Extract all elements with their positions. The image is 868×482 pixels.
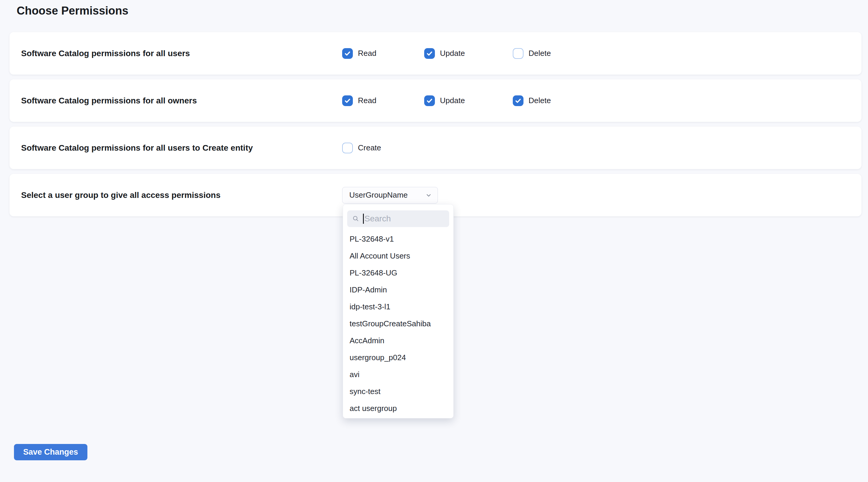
dropdown-search-box: [347, 211, 449, 227]
dropdown-option[interactable]: All Account Users: [343, 248, 453, 264]
dropdown-option[interactable]: avi: [343, 366, 453, 383]
checkbox-delete[interactable]: [513, 95, 524, 106]
checkbox-create[interactable]: [342, 142, 353, 153]
dropdown-option[interactable]: PL-32648-v1: [343, 231, 453, 248]
dropdown-option[interactable]: PL-32648-UG: [343, 264, 453, 281]
checkbox-label: Read: [358, 49, 376, 58]
checkbox-label: Read: [358, 96, 376, 105]
chevron-down-icon: [425, 192, 432, 198]
permission-card-create-entity: Software Catalog permissions for all use…: [9, 127, 862, 169]
user-group-select[interactable]: UserGroupName: [342, 187, 438, 203]
card-title: Software Catalog permissions for all own…: [21, 96, 197, 105]
search-input[interactable]: [364, 214, 449, 223]
permission-group: Read: [342, 48, 424, 59]
dropdown-option[interactable]: idp-test-3-l1: [343, 298, 453, 315]
search-icon: [352, 215, 359, 222]
permission-card-all-owners: Software Catalog permissions for all own…: [9, 79, 862, 122]
user-group-card: Select a user group to give all access p…: [9, 174, 862, 216]
checkbox-label: Create: [358, 143, 381, 153]
save-changes-button[interactable]: Save Changes: [14, 444, 87, 460]
checkbox-read[interactable]: [342, 48, 353, 59]
permission-group: Create: [342, 142, 381, 153]
dropdown-option[interactable]: IDP-Admin: [343, 281, 453, 298]
permission-row: ReadUpdateDelete: [342, 95, 551, 106]
checkbox-label: Delete: [529, 96, 551, 105]
dropdown-option[interactable]: usergroup_p024: [343, 349, 453, 366]
user-group-dropdown: PL-32648-v1All Account UsersPL-32648-UGI…: [343, 204, 454, 418]
page-title: Choose Permissions: [17, 4, 128, 17]
permission-card-all-users: Software Catalog permissions for all use…: [9, 32, 862, 74]
checkbox-update[interactable]: [424, 95, 435, 106]
dropdown-option[interactable]: act usergroup: [343, 400, 453, 417]
permission-row: Create: [342, 142, 381, 153]
card-title: Select a user group to give all access p…: [21, 191, 221, 200]
card-title: Software Catalog permissions for all use…: [21, 143, 253, 153]
checkbox-label: Update: [440, 96, 465, 105]
card-title: Software Catalog permissions for all use…: [21, 49, 190, 58]
permission-row: ReadUpdateDelete: [342, 48, 551, 59]
checkbox-label: Delete: [529, 49, 551, 58]
permission-group: Update: [424, 48, 513, 59]
permission-group: Delete: [513, 95, 551, 106]
checkbox-update[interactable]: [424, 48, 435, 59]
checkbox-label: Update: [440, 49, 465, 58]
dropdown-options-list: PL-32648-v1All Account UsersPL-32648-UGI…: [343, 231, 453, 417]
user-group-select-value: UserGroupName: [349, 191, 408, 200]
user-group-select-wrap: UserGroupName PL-32648-v1All Account Use…: [342, 187, 438, 203]
permission-group: Read: [342, 95, 424, 106]
permission-group: Update: [424, 95, 513, 106]
checkbox-read[interactable]: [342, 95, 353, 106]
dropdown-option[interactable]: sync-test: [343, 383, 453, 400]
dropdown-option[interactable]: testGroupCreateSahiba: [343, 315, 453, 332]
dropdown-option[interactable]: AccAdmin: [343, 332, 453, 349]
checkbox-delete[interactable]: [513, 48, 524, 59]
permission-group: Delete: [513, 48, 551, 59]
